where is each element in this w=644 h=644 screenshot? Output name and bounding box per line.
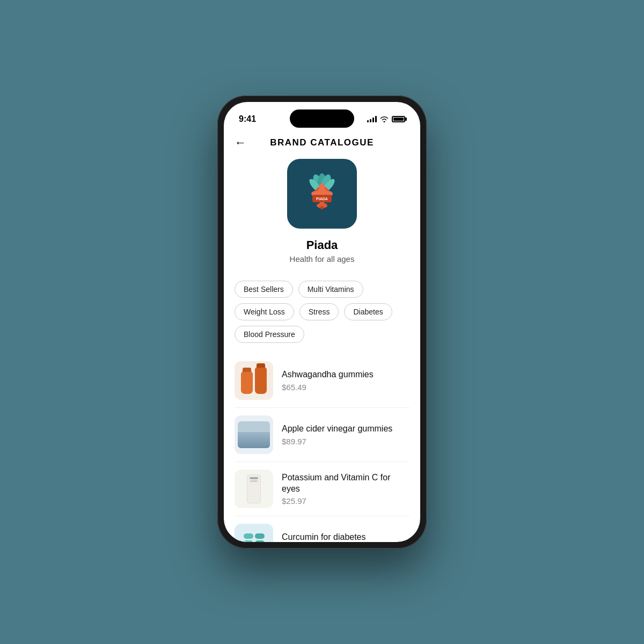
product-image-apple-cider [235,415,273,454]
battery-icon [392,116,405,122]
brand-tagline: Health for all ages [290,254,355,264]
product-image-curcumin [235,524,273,542]
filter-chip-best-sellers[interactable]: Best Sellers [235,281,293,298]
wifi-icon [380,116,389,122]
main-content[interactable]: ← BRAND CATALOGUE [224,129,420,542]
filter-chip-diabetes[interactable]: Diabetes [344,303,392,320]
dynamic-island [290,109,354,128]
status-time: 9:41 [239,114,256,124]
phone-frame: 9:41 ← [217,96,427,548]
status-icons [367,116,405,122]
product-name: Potassium and Vitamin C for eyes [282,472,409,495]
product-name: Apple cider vinegar gummies [282,423,409,435]
product-name: Ashwagandha gummies [282,369,409,380]
product-item[interactable]: Ashwagandha gummies $65.49 [235,354,409,408]
product-price: $89.97 [282,437,409,446]
product-item[interactable]: Curcumin for diabetes $45.97 [235,516,409,542]
phone-screen: 9:41 ← [224,102,420,542]
filter-chip-weight-loss[interactable]: Weight Loss [235,303,294,320]
product-name: Curcumin for diabetes [282,532,409,542]
signal-icon [367,116,377,122]
svg-point-7 [319,183,325,192]
product-info-apple-cider: Apple cider vinegar gummies $89.97 [282,423,409,446]
product-item[interactable]: Apple cider vinegar gummies $89.97 [235,408,409,462]
filter-chip-blood-pressure[interactable]: Blood Pressure [235,326,304,343]
page-title: BRAND CATALOGUE [270,137,374,148]
brand-logo: PIADA [287,159,357,229]
product-price: $25.97 [282,496,409,506]
svg-point-14 [320,206,324,209]
product-image-ashwagandha [235,361,273,400]
product-price: $65.49 [282,383,409,392]
page-header: ← BRAND CATALOGUE [224,129,420,159]
filter-chips: Best Sellers Multi Vitamins Weight Loss … [224,274,420,347]
product-item[interactable]: Potassium and Vitamin C for eyes $25.97 [235,462,409,516]
brand-section: PIADA Piada Health for all ages [224,159,420,274]
product-list: Ashwagandha gummies $65.49 Apple cider v… [224,347,420,542]
brand-name: Piada [306,238,338,252]
product-info-potassium: Potassium and Vitamin C for eyes $25.97 [282,472,409,506]
back-button[interactable]: ← [235,136,246,150]
filter-chip-multi-vitamins[interactable]: Multi Vitamins [298,281,363,298]
svg-text:PIADA: PIADA [316,197,328,201]
filter-chip-stress[interactable]: Stress [299,303,339,320]
product-info-curcumin: Curcumin for diabetes $45.97 [282,532,409,542]
product-info-ashwagandha: Ashwagandha gummies $65.49 [282,369,409,392]
product-image-potassium [235,470,273,508]
